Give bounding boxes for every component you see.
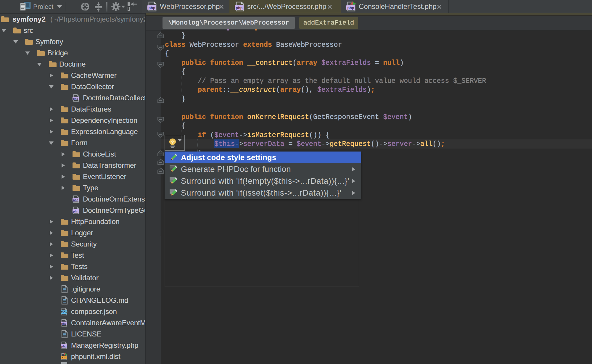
svg-text:php: php [61,322,67,325]
svg-text:php: php [61,344,67,348]
svg-text:php: php [149,6,155,10]
svg-text:<>: <> [62,356,66,359]
svg-text:php: php [73,97,78,100]
svg-text:php: php [236,6,243,10]
svg-text:php: php [348,6,354,10]
svg-text:php: php [73,210,78,213]
svg-text:php: php [73,198,78,202]
svg-text:JSON: JSON [61,311,67,314]
